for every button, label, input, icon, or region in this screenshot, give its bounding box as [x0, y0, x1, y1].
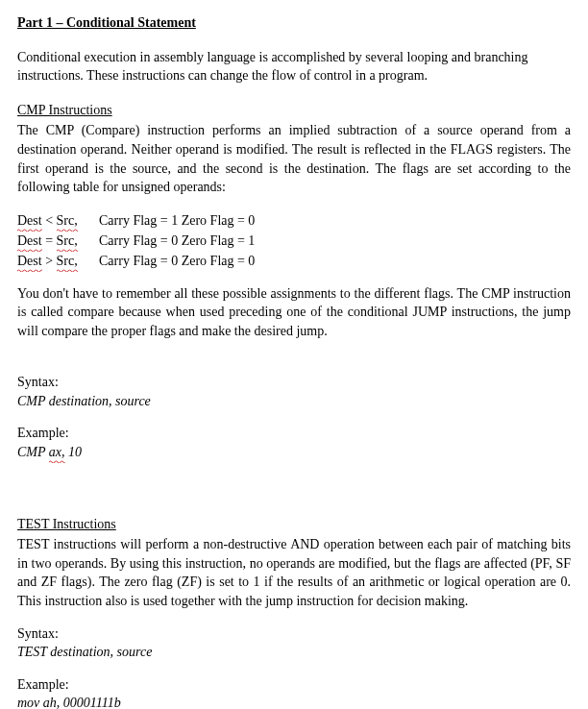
syntax-label: Syntax: — [17, 373, 571, 392]
flag-row: Dest < Src, Carry Flag = 1 Zero Flag = 0 — [17, 210, 571, 231]
page-title: Part 1 – Conditional Statement — [17, 13, 571, 33]
flag-condition: Dest > Src, — [17, 251, 99, 271]
cmp-description: The CMP (Compare) instruction performs a… — [17, 121, 571, 196]
syntax-label: Syntax: — [17, 624, 571, 644]
test-syntax: TEST destination, source — [17, 643, 571, 662]
cmp-header: CMP Instructions — [17, 101, 571, 120]
flag-result: Carry Flag = 1 Zero Flag = 0 — [99, 210, 255, 231]
example-label: Example: — [17, 424, 571, 443]
flag-condition: Dest = Src, — [17, 231, 99, 251]
flag-result: Carry Flag = 0 Zero Flag = 1 — [99, 231, 255, 251]
flag-row: Dest = Src, Carry Flag = 0 Zero Flag = 1 — [17, 231, 571, 251]
test-header: TEST Instructions — [17, 515, 571, 534]
cmp-example: CMP ax, 10 — [17, 443, 571, 462]
example-label: Example: — [17, 675, 571, 695]
cmp-note: You don't have to remember all these pos… — [17, 284, 571, 341]
flag-row: Dest > Src, Carry Flag = 0 Zero Flag = 0 — [17, 251, 571, 271]
intro-paragraph: Conditional execution in assembly langua… — [17, 48, 571, 86]
test-example: mov ah, 00001111b — [17, 694, 571, 709]
flag-result: Carry Flag = 0 Zero Flag = 0 — [99, 251, 255, 271]
flag-condition: Dest < Src, — [17, 210, 99, 231]
flag-table: Dest < Src, Carry Flag = 1 Zero Flag = 0… — [17, 210, 571, 271]
test-description: TEST instructions will perform a non-des… — [17, 535, 571, 610]
cmp-syntax: CMP destination, source — [17, 392, 571, 411]
